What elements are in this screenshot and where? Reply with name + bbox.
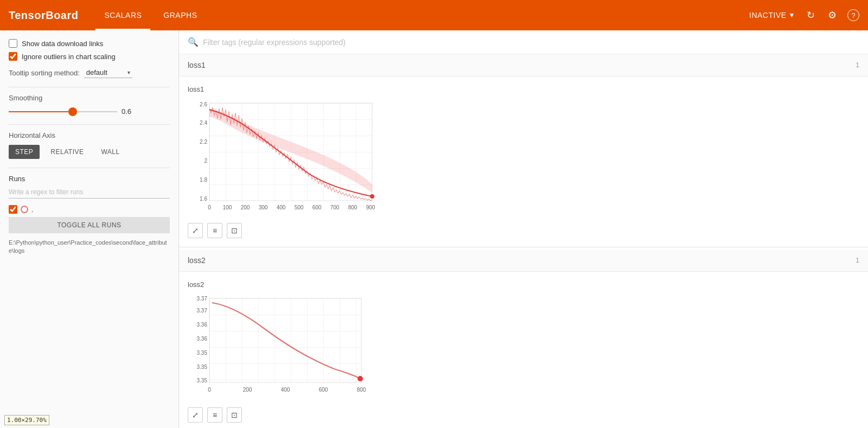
- loss2-section: loss2 1 loss2 3.35 3.35 3.35 3.36: [179, 250, 868, 428]
- run-dot-icon: [21, 206, 28, 213]
- divider-2: [9, 124, 170, 125]
- svg-text:3.37: 3.37: [197, 308, 208, 314]
- filter-search-icon: 🔍: [188, 37, 199, 47]
- header-nav: SCALARS GRAPHS: [95, 0, 749, 30]
- show-data-row: Show data download links: [9, 39, 170, 48]
- loss1-data-button[interactable]: ≡: [207, 223, 222, 238]
- nav-graphs[interactable]: GRAPHS: [155, 0, 206, 30]
- tooltip-label: Tooltip sorting method:: [9, 69, 80, 77]
- svg-text:600: 600: [319, 387, 328, 393]
- loss1-chart-container: 1.6 1.8 2 2.2 2.4 2.6 0 100 200 300 400: [188, 98, 383, 217]
- nav-scalars[interactable]: SCALARS: [95, 0, 150, 30]
- svg-text:400: 400: [281, 387, 290, 393]
- svg-text:3.35: 3.35: [197, 378, 208, 384]
- loss1-chart-title: loss1: [188, 85, 859, 93]
- smoothing-title: Smoothing: [9, 94, 170, 102]
- axis-wall-button[interactable]: WALL: [94, 145, 126, 159]
- loss1-svg: 1.6 1.8 2 2.2 2.4 2.6 0 100 200 300 400: [188, 98, 383, 217]
- svg-text:3.37: 3.37: [197, 296, 208, 302]
- svg-text:2.4: 2.4: [200, 120, 207, 126]
- loss2-image-button[interactable]: ⊡: [227, 407, 242, 423]
- run-label: .: [31, 206, 34, 214]
- loss2-header[interactable]: loss2 1: [179, 250, 868, 272]
- runs-section: Runs . TOGGLE ALL RUNS E:\Python\python_…: [9, 175, 170, 255]
- loss2-section-title: loss2: [188, 256, 206, 265]
- ignore-outliers-row: Ignore outliers in chart scaling: [9, 52, 170, 61]
- options-section: Show data download links Ignore outliers…: [9, 39, 170, 78]
- svg-text:2: 2: [204, 158, 207, 164]
- loss2-count: 1: [856, 257, 859, 264]
- tooltip-select[interactable]: default ascending descending nearest: [84, 67, 132, 78]
- loss2-svg: 3.35 3.35 3.35 3.36 3.36 3.37 3.37 0 200…: [188, 293, 372, 401]
- run-path: E:\Python\python_user\Practice_codes\sec…: [9, 239, 170, 255]
- svg-text:3.36: 3.36: [197, 336, 208, 342]
- content-area: 🔍 loss1 1 loss1: [179, 30, 868, 428]
- runs-filter-input[interactable]: [9, 186, 170, 199]
- run-checkbox[interactable]: [9, 205, 17, 214]
- main-layout: Show data download links Ignore outliers…: [0, 30, 868, 428]
- svg-text:1.6: 1.6: [200, 196, 207, 202]
- horizontal-axis-section: Horizontal Axis STEP RELATIVE WALL: [9, 131, 170, 159]
- loss2-expand-button[interactable]: ⤢: [188, 407, 203, 423]
- svg-text:3.35: 3.35: [197, 350, 208, 356]
- show-data-checkbox[interactable]: [9, 39, 17, 48]
- svg-text:2.2: 2.2: [200, 139, 207, 145]
- svg-text:800: 800: [348, 205, 358, 210]
- loss2-chart-actions: ⤢ ≡ ⊡: [188, 407, 859, 423]
- svg-text:0: 0: [208, 387, 211, 393]
- svg-text:600: 600: [312, 205, 322, 210]
- axis-relative-button[interactable]: RELATIVE: [44, 145, 90, 159]
- sidebar: Show data download links Ignore outliers…: [0, 30, 179, 428]
- runs-title: Runs: [9, 175, 170, 183]
- loss2-body: loss2 3.35 3.35 3.35 3.36 3.36 3.37: [179, 272, 868, 428]
- loss1-chart-actions: ⤢ ≡ ⊡: [188, 223, 859, 238]
- loss1-image-button[interactable]: ⊡: [227, 223, 242, 238]
- dropdown-arrow-icon: ▼: [789, 11, 795, 19]
- svg-text:200: 200: [241, 205, 250, 210]
- status-label: INACTIVE: [749, 11, 787, 20]
- svg-text:3.36: 3.36: [197, 322, 208, 328]
- tooltip-select-wrapper: default ascending descending nearest: [84, 67, 132, 78]
- axis-buttons: STEP RELATIVE WALL: [9, 145, 170, 159]
- svg-text:900: 900: [366, 205, 375, 210]
- run-item: .: [9, 205, 170, 214]
- svg-text:500: 500: [295, 205, 304, 210]
- svg-text:300: 300: [259, 205, 268, 210]
- loss1-body: loss1 1.6: [179, 76, 868, 247]
- app-logo: TensorBoard: [9, 9, 78, 22]
- svg-text:3.35: 3.35: [197, 364, 208, 370]
- svg-text:700: 700: [330, 205, 340, 210]
- filter-bar: 🔍: [179, 30, 868, 54]
- horizontal-axis-title: Horizontal Axis: [9, 131, 170, 139]
- smoothing-section: Smoothing 0.6: [9, 94, 170, 116]
- svg-text:100: 100: [223, 205, 232, 210]
- svg-text:400: 400: [277, 205, 286, 210]
- svg-text:800: 800: [357, 387, 366, 393]
- loss1-section-title: loss1: [188, 61, 206, 69]
- smoothing-slider[interactable]: [9, 111, 117, 112]
- svg-point-17: [370, 194, 374, 199]
- svg-text:2.6: 2.6: [200, 101, 207, 107]
- loss1-section: loss1 1 loss1: [179, 54, 868, 247]
- svg-point-31: [358, 376, 363, 381]
- refresh-icon[interactable]: ↻: [804, 9, 817, 22]
- tooltip-row: Tooltip sorting method: default ascendin…: [9, 67, 170, 78]
- ignore-outliers-label[interactable]: Ignore outliers in chart scaling: [22, 53, 116, 61]
- slider-row: 0.6: [9, 107, 170, 116]
- settings-icon[interactable]: ⚙: [826, 9, 839, 22]
- status-select[interactable]: INACTIVE ▼: [749, 11, 795, 20]
- header-right: INACTIVE ▼ ↻ ⚙ ?: [749, 9, 859, 22]
- divider-3: [9, 168, 170, 168]
- smoothing-value: 0.6: [122, 107, 138, 116]
- ignore-outliers-checkbox[interactable]: [9, 52, 17, 61]
- loss2-chart-container: 3.35 3.35 3.35 3.36 3.36 3.37 3.37 0 200…: [188, 293, 372, 401]
- axis-step-button[interactable]: STEP: [9, 145, 40, 159]
- help-icon[interactable]: ?: [847, 9, 859, 21]
- filter-input[interactable]: [203, 38, 859, 47]
- toggle-all-runs-button[interactable]: TOGGLE ALL RUNS: [9, 217, 170, 233]
- loss1-expand-button[interactable]: ⤢: [188, 223, 203, 238]
- loss2-data-button[interactable]: ≡: [207, 407, 222, 423]
- show-data-label[interactable]: Show data download links: [22, 40, 103, 48]
- loss1-header[interactable]: loss1 1: [179, 54, 868, 76]
- divider-1: [9, 87, 170, 87]
